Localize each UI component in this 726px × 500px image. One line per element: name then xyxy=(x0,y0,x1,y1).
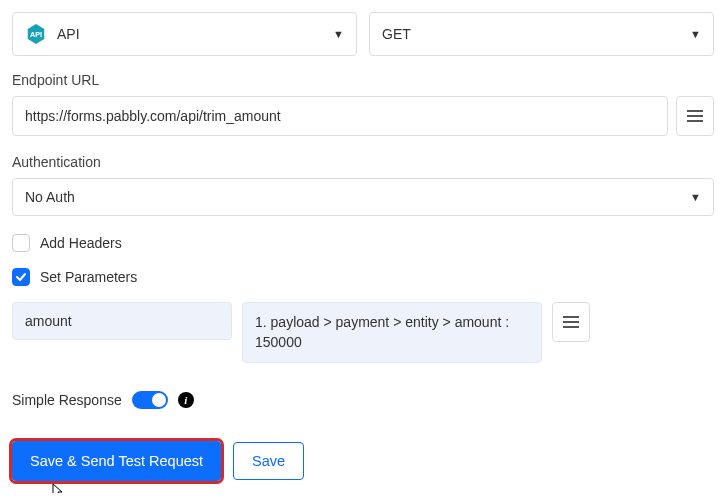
hamburger-icon xyxy=(687,110,703,122)
param-row: 1. payload > payment > entity > amount :… xyxy=(12,302,714,363)
caret-down-icon: ▼ xyxy=(690,191,701,203)
param-value-display[interactable]: 1. payload > payment > entity > amount :… xyxy=(242,302,542,363)
cursor-icon xyxy=(52,483,68,493)
save-send-test-button[interactable]: Save & Send Test Request xyxy=(12,441,221,481)
auth-select[interactable]: No Auth ▼ xyxy=(12,178,714,216)
param-menu-button[interactable] xyxy=(552,302,590,342)
hamburger-icon xyxy=(563,316,579,328)
endpoint-label: Endpoint URL xyxy=(12,72,714,88)
set-params-checkbox[interactable] xyxy=(12,268,30,286)
auth-value: No Auth xyxy=(25,189,75,205)
method-select[interactable]: GET ▼ xyxy=(369,12,714,56)
auth-label: Authentication xyxy=(12,154,714,170)
button-row: Save & Send Test Request Save xyxy=(12,441,714,481)
api-icon: API xyxy=(25,23,47,45)
set-params-row: Set Parameters xyxy=(12,268,714,286)
svg-text:API: API xyxy=(30,30,42,39)
app-select[interactable]: API API ▼ xyxy=(12,12,357,56)
endpoint-input[interactable] xyxy=(12,96,668,136)
endpoint-row xyxy=(12,96,714,136)
param-key-input[interactable] xyxy=(12,302,232,340)
endpoint-menu-button[interactable] xyxy=(676,96,714,136)
save-button[interactable]: Save xyxy=(233,442,304,480)
caret-down-icon: ▼ xyxy=(690,28,701,40)
add-headers-row: Add Headers xyxy=(12,234,714,252)
simple-response-toggle[interactable] xyxy=(132,391,168,409)
caret-down-icon: ▼ xyxy=(333,28,344,40)
add-headers-label: Add Headers xyxy=(40,235,122,251)
add-headers-checkbox[interactable] xyxy=(12,234,30,252)
simple-response-row: Simple Response i xyxy=(12,391,714,409)
set-params-label: Set Parameters xyxy=(40,269,137,285)
method-select-label: GET xyxy=(382,26,411,42)
app-select-label: API xyxy=(57,26,80,42)
simple-response-label: Simple Response xyxy=(12,392,122,408)
app-method-row: API API ▼ GET ▼ xyxy=(12,12,714,56)
info-icon[interactable]: i xyxy=(178,392,194,408)
